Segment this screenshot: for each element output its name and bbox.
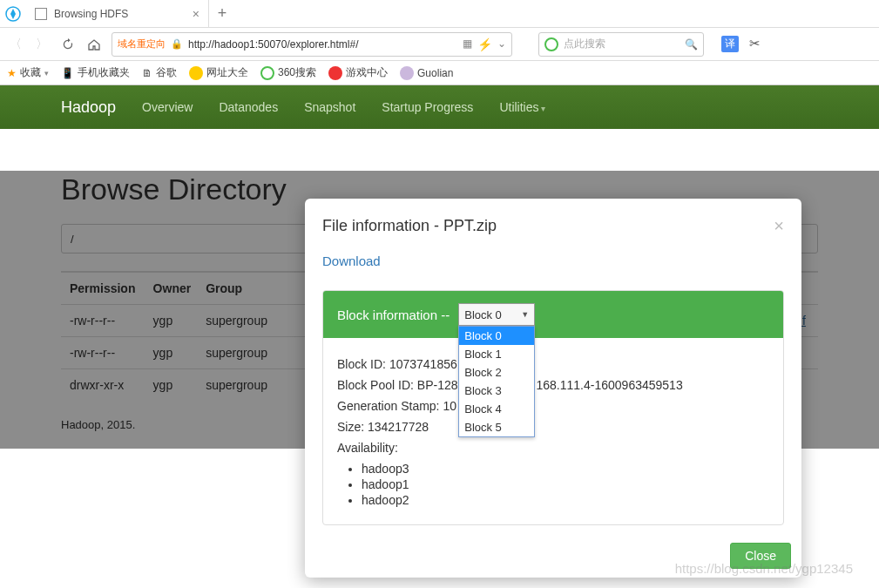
block-info-label: Block information -- bbox=[337, 308, 450, 322]
hadoop-navbar: Hadoop Overview Datanodes Snapshot Start… bbox=[0, 85, 879, 129]
bookmark-phone[interactable]: 📱手机收藏夹 bbox=[61, 65, 130, 80]
scissors-icon[interactable]: ✂ bbox=[749, 36, 761, 52]
browser-tab[interactable]: Browsing HDFS × bbox=[26, 0, 209, 28]
url-text: http://hadoop1:50070/explorer.html#/ bbox=[188, 38, 457, 51]
tab-close-icon[interactable]: × bbox=[193, 7, 199, 21]
360-icon bbox=[260, 66, 274, 80]
translate-button[interactable]: 译 bbox=[721, 36, 739, 52]
block-option[interactable]: Block 1 bbox=[459, 345, 534, 363]
reload-button[interactable] bbox=[59, 36, 77, 53]
download-link[interactable]: Download bbox=[322, 253, 381, 268]
modal-title: File information - PPT.zip bbox=[322, 217, 497, 235]
bookmark-gamecenter[interactable]: 游戏中心 bbox=[328, 65, 388, 80]
phone-icon: 📱 bbox=[61, 67, 74, 79]
qr-icon[interactable]: ▦ bbox=[463, 37, 472, 51]
availability-list: hadoop3 hadoop1 hadoop2 bbox=[362, 462, 769, 507]
home-button[interactable] bbox=[85, 36, 103, 53]
block-option[interactable]: Block 2 bbox=[459, 363, 534, 382]
block-option[interactable]: Block 4 bbox=[459, 400, 534, 418]
page-icon: 🗎 bbox=[142, 67, 152, 79]
caret-down-icon: ▼ bbox=[521, 310, 529, 319]
file-info-modal: File information - PPT.zip × Download Bl… bbox=[305, 199, 801, 578]
availability-item: hadoop2 bbox=[362, 493, 769, 507]
lock-icon: 🔒 bbox=[171, 38, 183, 50]
url-redirect-label: 域名重定向 bbox=[118, 37, 166, 51]
site-icon bbox=[189, 66, 203, 80]
page-favicon bbox=[35, 8, 47, 20]
bookmark-favorites[interactable]: ★收藏 ▾ bbox=[7, 65, 49, 80]
block-info-panel: Block information -- Block 0 ▼ Block 0 B… bbox=[322, 290, 784, 525]
modal-close-button[interactable]: Close bbox=[730, 543, 791, 569]
search-engine-icon bbox=[544, 37, 558, 51]
block-dropdown: Block 0 Block 1 Block 2 Block 3 Block 4 … bbox=[458, 326, 535, 437]
generation-stamp: Generation Stamp: 10 bbox=[337, 399, 769, 413]
nav-utilities[interactable]: Utilities bbox=[499, 100, 545, 114]
bolt-icon[interactable]: ⚡ bbox=[477, 37, 492, 51]
block-option[interactable]: Block 0 bbox=[459, 327, 534, 345]
bookmark-guolian[interactable]: Guolian bbox=[400, 66, 453, 80]
nav-datanodes[interactable]: Datanodes bbox=[219, 100, 278, 114]
modal-close-icon[interactable]: × bbox=[774, 216, 784, 236]
page-body: Hadoop Overview Datanodes Snapshot Start… bbox=[0, 85, 879, 449]
star-icon: ★ bbox=[7, 67, 17, 79]
search-bar[interactable]: 点此搜索 🔍 bbox=[538, 32, 704, 57]
guolian-icon bbox=[400, 66, 414, 80]
block-option[interactable]: Block 3 bbox=[459, 382, 534, 400]
block-option[interactable]: Block 5 bbox=[459, 418, 534, 436]
game-icon bbox=[328, 66, 342, 80]
block-select[interactable]: Block 0 ▼ bbox=[458, 303, 535, 326]
search-icon[interactable]: 🔍 bbox=[685, 38, 698, 51]
block-size: Size: 134217728 bbox=[337, 420, 769, 434]
bookmark-bar: ★收藏 ▾ 📱手机收藏夹 🗎谷歌 网址大全 360搜索 游戏中心 Guolian bbox=[0, 61, 879, 85]
bookmark-google[interactable]: 🗎谷歌 bbox=[142, 65, 177, 80]
navbar-brand[interactable]: Hadoop bbox=[61, 98, 116, 117]
nav-snapshot[interactable]: Snapshot bbox=[304, 100, 355, 114]
search-placeholder: 点此搜索 bbox=[564, 37, 605, 51]
availability-item: hadoop1 bbox=[362, 477, 769, 491]
browser-tab-strip: Browsing HDFS × + bbox=[0, 0, 879, 28]
block-id: Block ID: 1073741856 bbox=[337, 357, 457, 371]
back-button[interactable]: 〈 bbox=[7, 36, 24, 53]
availability-item: hadoop3 bbox=[362, 462, 769, 476]
bookmark-360[interactable]: 360搜索 bbox=[260, 65, 316, 80]
address-bar[interactable]: 域名重定向 🔒 http://hadoop1:50070/explorer.ht… bbox=[112, 32, 512, 57]
tab-title: Browsing HDFS bbox=[54, 8, 186, 20]
chevron-down-icon[interactable]: ⌄ bbox=[497, 37, 506, 51]
bookmark-wangzhi[interactable]: 网址大全 bbox=[189, 65, 248, 80]
availability-label: Availability: bbox=[337, 441, 769, 455]
nav-overview[interactable]: Overview bbox=[142, 100, 193, 114]
block-pool-id: Block Pool ID: BP-128 bbox=[337, 378, 458, 392]
browser-toolbar: 〈 〉 域名重定向 🔒 http://hadoop1:50070/explore… bbox=[0, 28, 879, 61]
nav-startup-progress[interactable]: Startup Progress bbox=[382, 100, 473, 114]
browser-logo bbox=[0, 0, 26, 28]
new-tab-button[interactable]: + bbox=[209, 4, 235, 23]
forward-button[interactable]: 〉 bbox=[33, 36, 51, 53]
